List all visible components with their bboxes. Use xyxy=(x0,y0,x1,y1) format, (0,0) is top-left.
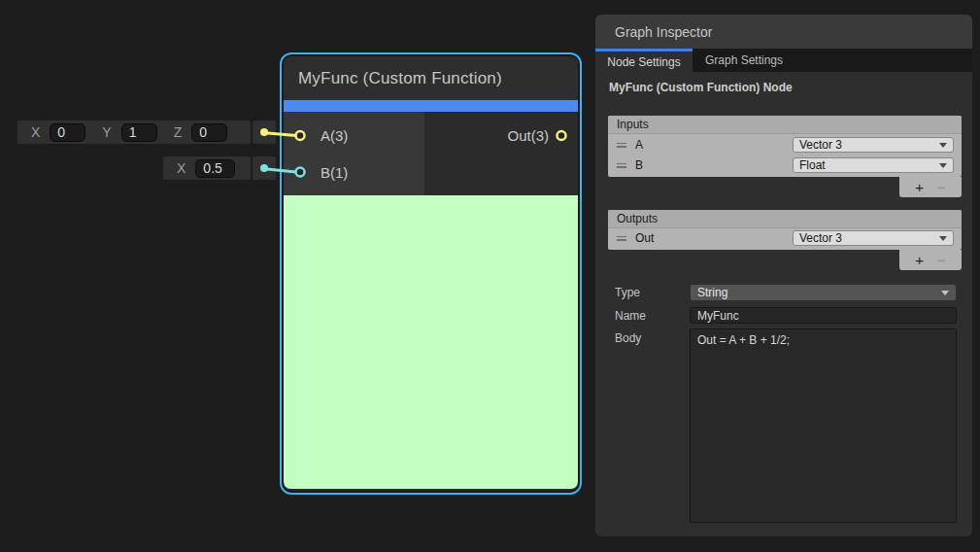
float-x-label: X xyxy=(177,160,186,176)
node-input-ports: A(3) B(1) xyxy=(284,112,424,195)
custom-function-node[interactable]: MyFunc (Custom Function) A(3) B(1) Out(3… xyxy=(280,52,582,495)
outputs-section-title: Outputs xyxy=(608,210,962,228)
vector3-x-input[interactable] xyxy=(50,123,85,142)
input-port-b-label: B(1) xyxy=(284,160,424,184)
tab-graph-settings[interactable]: Graph Settings xyxy=(693,49,795,72)
inputs-footer: + − xyxy=(899,177,962,197)
outputs-footer: + − xyxy=(899,250,962,270)
node-title: MyFunc (Custom Function) xyxy=(284,56,578,100)
dropdown-arrow-icon xyxy=(939,236,947,241)
input-row-b-type-value: Float xyxy=(799,158,826,172)
outputs-section: Outputs Out Vector 3 + − xyxy=(608,210,962,250)
output-port-out-label: Out(3) xyxy=(507,123,578,147)
name-row: Name MyFunc xyxy=(595,307,957,324)
drag-handle-icon[interactable] xyxy=(617,143,626,148)
vector3-x-label: X xyxy=(31,124,40,140)
shader-graph-window: X Y Z X MyFunc (Custom Function) xyxy=(0,0,980,552)
input-row-a: A Vector 3 xyxy=(608,134,962,155)
output-row-out-name: Out xyxy=(635,231,654,245)
node-port-section: A(3) B(1) Out(3) xyxy=(284,112,578,195)
input-row-a-name: A xyxy=(635,138,643,152)
body-field[interactable]: Out = A + B + 1/2; xyxy=(690,328,957,523)
custom-function-node-body: MyFunc (Custom Function) A(3) B(1) Out(3… xyxy=(284,56,578,491)
type-row: Type String xyxy=(595,284,957,301)
float-x-input[interactable] xyxy=(195,159,235,178)
node-output-ports: Out(3) xyxy=(424,112,578,195)
remove-output-button[interactable]: − xyxy=(937,253,946,267)
name-field[interactable]: MyFunc xyxy=(690,307,957,324)
add-output-button[interactable]: + xyxy=(915,253,924,267)
dropdown-arrow-icon xyxy=(939,143,947,148)
type-value: String xyxy=(697,286,727,299)
type-dropdown[interactable]: String xyxy=(690,284,957,301)
inspector-tab-bar: Node Settings Graph Settings xyxy=(595,49,972,72)
output-row-out-type-value: Vector 3 xyxy=(799,231,842,245)
vector3-z-input[interactable] xyxy=(191,123,227,142)
vector3-output-port[interactable] xyxy=(253,121,276,144)
dropdown-arrow-icon xyxy=(939,163,947,168)
add-input-button[interactable]: + xyxy=(915,180,924,194)
input-port-a-label: A(3) xyxy=(284,123,424,147)
vector3-inline-widget: X Y Z xyxy=(17,121,251,144)
tab-node-settings[interactable]: Node Settings xyxy=(595,49,693,72)
inputs-section: Inputs A Vector 3 B Float + − xyxy=(608,116,962,177)
drag-handle-icon[interactable] xyxy=(617,163,626,168)
node-settings-heading: MyFunc (Custom Function) Node xyxy=(609,81,959,94)
type-label: Type xyxy=(615,286,690,299)
input-row-a-type-value: Vector 3 xyxy=(799,138,842,152)
vector3-port-dot-icon xyxy=(260,128,268,136)
output-row-out: Out Vector 3 xyxy=(608,228,962,250)
body-label: Body xyxy=(615,328,690,345)
node-preview xyxy=(284,195,578,489)
remove-input-button[interactable]: − xyxy=(937,180,946,194)
node-category-colorbar xyxy=(284,100,578,112)
output-row-out-type-dropdown[interactable]: Vector 3 xyxy=(793,230,954,246)
drag-handle-icon[interactable] xyxy=(617,236,626,241)
input-row-a-type-dropdown[interactable]: Vector 3 xyxy=(793,137,954,153)
float-output-port[interactable] xyxy=(253,156,276,180)
graph-inspector-panel: Graph Inspector Node Settings Graph Sett… xyxy=(595,15,972,536)
input-row-b-type-dropdown[interactable]: Float xyxy=(793,157,954,173)
vector3-z-label: Z xyxy=(174,124,183,140)
inputs-section-title: Inputs xyxy=(608,116,962,134)
body-row: Body Out = A + B + 1/2; xyxy=(595,328,957,523)
name-label: Name xyxy=(615,309,690,323)
float-port-dot-icon xyxy=(260,164,268,172)
vector3-y-input[interactable] xyxy=(121,123,157,142)
graph-inspector-title: Graph Inspector xyxy=(595,15,972,49)
input-row-b: B Float xyxy=(608,155,962,177)
dropdown-arrow-icon xyxy=(941,291,949,295)
name-value: MyFunc xyxy=(697,309,739,323)
vector3-y-label: Y xyxy=(102,124,111,140)
float-inline-widget: X xyxy=(163,156,251,180)
input-row-b-name: B xyxy=(635,158,643,172)
